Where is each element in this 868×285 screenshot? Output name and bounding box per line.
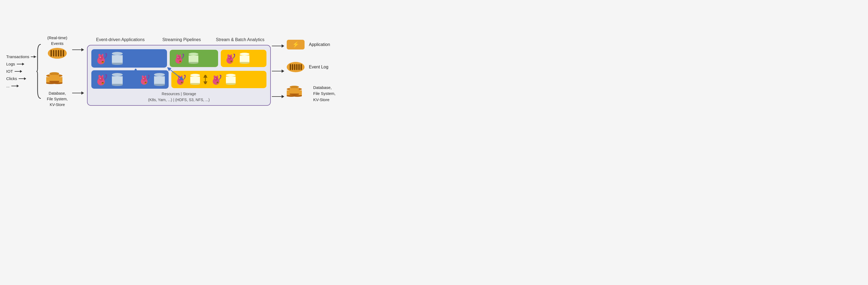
main-box-container: Event-driven Applications Streaming Pipe… [87,37,271,106]
col-header-streaming: Streaming Pipelines [160,37,203,43]
arrow-transactions [31,55,36,59]
svg-point-22 [230,54,232,56]
svg-point-45 [143,78,144,79]
panel-event-driven-bottom [91,70,168,89]
col-header-event-driven: Event-driven Applications [93,37,147,43]
output-event-log: Event Log [287,62,336,72]
panel-event-driven-top [91,49,167,67]
flink-squirrel-2 [174,53,186,64]
right-arrows-col [272,33,287,109]
input-label-logs: Logs [6,62,15,66]
top-row [91,49,267,67]
svg-rect-47 [145,82,146,83]
svg-line-28 [168,68,182,79]
panel-db-yellow-2 [190,74,200,85]
col-header-analytics: Stream & Batch Analytics [216,37,265,43]
output-column: ⚡ Application Event Log [287,33,336,109]
output-eventlog-label: Event Log [309,65,328,69]
svg-point-12 [176,54,178,57]
yellow-vertical-arrows [203,75,208,84]
internal-arrow-diagonal [167,67,184,82]
svg-rect-26 [230,61,232,62]
input-brace [36,41,42,101]
input-more: ... [6,84,36,88]
input-label-more: ... [6,84,10,88]
arrow-to-box-top [72,50,86,50]
svg-point-32 [98,75,100,78]
svg-rect-37 [102,82,103,83]
input-clicks: Clicks [6,76,36,81]
panel-streaming-top [170,50,218,67]
arrows-to-box [72,28,87,115]
right-arrow-3 [272,96,287,97]
svg-point-3 [98,54,100,57]
panel-db-green [189,53,198,64]
db-label: Database,File System,KV-Store [47,91,67,108]
panel-analytics-top [221,50,267,67]
svg-point-6 [100,57,100,58]
svg-point-33 [102,75,103,77]
flink-squirrel-5 [139,74,151,85]
svg-point-24 [229,57,229,58]
flink-squirrel-7 [211,74,223,85]
panel-db-blue-2 [112,73,123,86]
output-app-label: Application [309,42,330,47]
svg-point-35 [100,78,100,79]
svg-rect-66 [217,82,218,83]
svg-point-4 [102,54,103,56]
kafka-events-icon [48,48,67,59]
output-database: Database,File System,KV-Store [287,85,336,103]
events-db-column: (Real-time) Events [42,28,72,115]
db-stack-icon [46,72,68,89]
kafka-output-icon [287,62,305,72]
internal-arrow-blue-vertical [133,69,138,80]
arrow-more [11,84,19,88]
lightning-icon: ⚡ [292,41,300,48]
box-footer: Resources | Storage (K8s, Yarn, ...) | (… [91,91,267,103]
output-db-label: Database,File System,KV-Store [313,85,336,103]
panel-db-yellow-3 [226,74,236,85]
flink-squirrel-3 [224,53,237,64]
main-bordered-box: Resources | Storage (K8s, Yarn, ...) | (… [87,45,271,106]
input-logs: Logs [6,62,36,66]
input-iot: IOT [6,69,36,74]
panel-db-blue-3 [154,73,165,86]
panel-db-blue-1 [112,52,123,65]
events-section: (Real-time) Events [47,35,67,59]
inputs-column: Transactions Logs IOT Clicks ... [6,54,36,88]
database-section: Database,File System,KV-Store [46,72,68,108]
column-headers: Event-driven Applications Streaming Pipe… [87,37,271,43]
right-arrow-2 [272,71,287,72]
arrow-clicks [19,77,26,81]
svg-rect-17 [180,61,181,62]
panel-analytics-bottom [171,71,267,88]
input-label-iot: IOT [6,69,13,74]
input-label-clicks: Clicks [6,76,17,81]
svg-rect-8 [102,61,103,62]
svg-point-62 [217,76,218,77]
output-app: ⚡ Application [287,40,336,50]
panel-db-yellow-1 [240,53,249,64]
svg-rect-56 [181,82,182,83]
svg-point-61 [214,76,216,78]
flink-squirrel-1 [95,52,109,65]
app-icon: ⚡ [287,40,305,50]
arrow-logs [17,62,24,66]
right-arrow-1 [272,46,287,46]
flink-squirrel-4 [95,73,109,86]
arrow-iot [14,69,22,73]
svg-point-15 [178,57,178,58]
db-output-icon [287,86,309,102]
arrow-to-box-bottom [72,93,86,93]
input-transactions: Transactions [6,54,36,59]
events-label: (Real-time) Events [47,35,67,46]
svg-point-21 [227,54,229,57]
svg-point-42 [142,76,144,78]
diagram: Transactions Logs IOT Clicks ... ( [6,4,428,139]
input-label-transactions: Transactions [6,54,29,59]
svg-point-43 [145,76,146,77]
svg-point-13 [180,54,181,56]
svg-point-64 [215,78,216,79]
brace-svg [36,41,42,101]
